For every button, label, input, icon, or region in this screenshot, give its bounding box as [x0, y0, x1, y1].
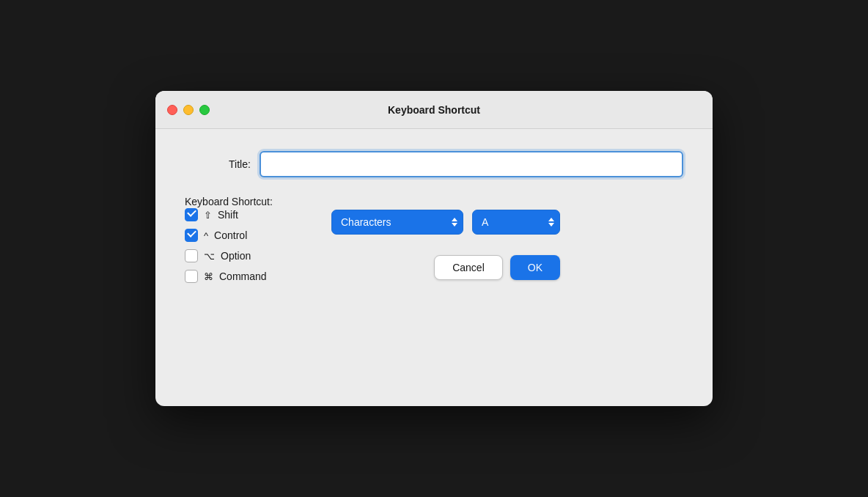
title-label: Title: — [229, 158, 251, 170]
close-button[interactable] — [167, 105, 177, 115]
ok-button[interactable]: OK — [510, 255, 560, 280]
cancel-button[interactable]: Cancel — [434, 255, 503, 280]
dialog-content: Title: Keyboard Shortcut: ⇧ Shift ^ Cont… — [155, 129, 713, 305]
option-label: Option — [221, 250, 251, 262]
shift-symbol: ⇧ — [204, 210, 212, 221]
option-checkbox[interactable] — [185, 249, 198, 262]
control-symbol: ^ — [204, 230, 208, 241]
control-checkbox-row[interactable]: ^ Control — [185, 229, 317, 242]
traffic-lights — [167, 105, 210, 115]
dropdown-row: Characters Function Keys Numpad A B — [331, 210, 560, 235]
characters-select-wrapper: Characters Function Keys Numpad — [331, 210, 463, 235]
command-checkbox[interactable] — [185, 270, 198, 283]
control-label: Control — [214, 229, 247, 241]
shortcut-body: ⇧ Shift ^ Control ⌥ Option ⌘ Command — [185, 208, 683, 283]
char-value-select[interactable]: A B C D — [472, 210, 560, 235]
characters-select[interactable]: Characters Function Keys Numpad — [331, 210, 463, 235]
shift-checkbox-row[interactable]: ⇧ Shift — [185, 208, 317, 221]
title-row: Title: — [229, 151, 683, 177]
minimize-button[interactable] — [183, 105, 194, 115]
window-title: Keyboard Shortcut — [388, 104, 480, 116]
dropdowns-column: Characters Function Keys Numpad A B — [331, 210, 560, 280]
dialog-window: Keyboard Shortcut Title: Keyboard Shortc… — [155, 91, 713, 406]
shift-label: Shift — [218, 209, 238, 221]
title-input[interactable] — [260, 151, 683, 177]
char-value-select-wrapper: A B C D — [472, 210, 560, 235]
command-label: Command — [219, 270, 267, 282]
title-bar: Keyboard Shortcut — [155, 91, 713, 129]
option-symbol: ⌥ — [204, 251, 215, 262]
buttons-row: Cancel OK — [331, 255, 560, 280]
modifiers-list: ⇧ Shift ^ Control ⌥ Option ⌘ Command — [185, 208, 317, 283]
command-checkbox-row[interactable]: ⌘ Command — [185, 270, 317, 283]
shift-checkbox[interactable] — [185, 208, 198, 221]
option-checkbox-row[interactable]: ⌥ Option — [185, 249, 317, 262]
command-symbol: ⌘ — [204, 271, 213, 282]
keyboard-shortcut-label: Keyboard Shortcut: — [185, 195, 683, 208]
maximize-button[interactable] — [199, 105, 210, 115]
control-checkbox[interactable] — [185, 229, 198, 242]
